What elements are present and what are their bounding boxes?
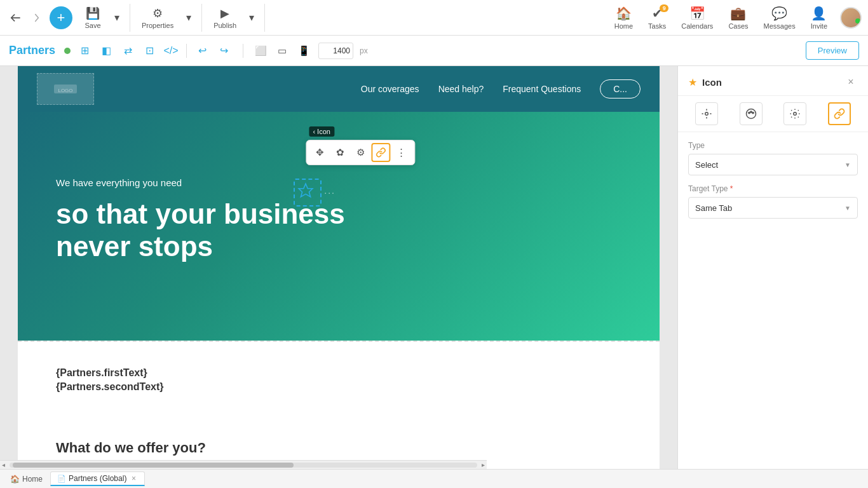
nav-messages[interactable]: 💬 Messages [757,3,802,32]
properties-group: ⚙ Properties ▾ [133,4,202,32]
ft-style-btn[interactable]: ✿ [330,143,349,162]
desktop-view-btn[interactable]: ⬜ [251,42,270,60]
home-icon: 🏠 [616,6,632,21]
panel-body: Type Select ▼ Target Type * Same Tab ▼ [678,132,868,236]
panel-header: ★ Icon × [678,66,868,96]
back-button[interactable] [6,9,24,27]
canvas-area[interactable]: LOGO Our coverages Need help? Frequent Q… [0,66,677,469]
scroll-left-arrow[interactable]: ◂ [0,461,7,468]
ft-settings-btn[interactable]: ⚙ [351,143,370,162]
target-type-value: Same Tab [695,203,732,213]
tasks-badge: 9 [660,4,668,12]
home-tab[interactable]: 🏠 Home [5,473,48,485]
calendars-icon: 📅 [689,6,705,21]
panel-tab-link[interactable] [828,102,851,125]
undo-icon-btn[interactable]: ↩ [193,42,211,60]
nav-cases[interactable]: 💼 Cases [722,3,754,32]
nav-calendars[interactable]: 📅 Calendars [675,3,719,32]
user-avatar[interactable] [840,7,862,29]
nav-home[interactable]: 🏠 Home [608,3,639,32]
publish-button[interactable]: ▶ Publish [208,4,241,32]
site-logo: LOGO [37,73,94,105]
nav-our-coverages[interactable]: Our coverages [361,84,419,94]
partners-first-text: {Partners.firstText} [56,367,621,379]
type-select-chevron: ▼ [844,161,851,168]
save-button[interactable]: 💾 Save [79,4,107,32]
save-group: 💾 Save ▾ [75,4,130,32]
hero-section: We have everything you need so that your… [18,112,660,341]
panel-star-icon: ★ [688,76,697,88]
tablet-view-btn[interactable]: ▭ [273,42,292,60]
partners-tab-close[interactable]: × [129,474,138,483]
preview-button[interactable]: Preview [806,41,859,60]
panel-tabs [678,96,868,132]
layers-icon-btn[interactable]: ◧ [97,42,115,60]
target-type-chevron: ▼ [844,205,851,212]
ft-more-btn[interactable]: ⋮ [391,143,410,162]
select-icon-btn[interactable]: ⊡ [140,42,158,60]
grid-icon-btn[interactable]: ⊞ [76,42,93,60]
properties-button[interactable]: ⚙ Properties [137,4,179,32]
preview-group: Preview [806,41,859,60]
svg-point-5 [749,112,750,113]
page-content: LOGO Our coverages Need help? Frequent Q… [18,66,660,469]
ft-move-btn[interactable]: ✥ [310,143,329,162]
toolbar-icons: ⊞ ◧ ⇄ ⊡ </> ↩ ↪ [76,42,233,60]
publish-dropdown[interactable]: ▾ [243,9,261,27]
panel-tab-select[interactable] [695,102,718,125]
panel-title: Icon [702,77,722,88]
online-indicator [855,18,860,24]
type-label: Type [688,141,858,150]
svg-text:LOGO: LOGO [58,88,72,93]
partners-second-text: {Partners.secondText} [56,381,621,393]
hero-title: so that your business never stops [56,198,345,262]
ft-link-btn[interactable] [371,143,390,162]
panel-close-button[interactable]: × [844,75,858,89]
site-nav: Our coverages Need help? Frequent Questi… [361,79,641,98]
panel-tab-gear[interactable] [783,102,806,125]
cases-icon: 💼 [730,6,746,21]
svg-marker-2 [299,184,313,197]
code-icon-btn[interactable]: </> [162,42,180,60]
scroll-right-arrow[interactable]: ▸ [480,461,487,468]
nav-frequent-questions[interactable]: Frequent Questions [503,84,581,94]
forward-button[interactable] [28,9,46,27]
add-button[interactable]: + [50,6,72,29]
panel-title-row: ★ Icon [688,76,722,88]
partners-tab[interactable]: 📄 Partners (Global) × [50,471,145,486]
icon-dots: ··· [324,187,336,198]
nav-tasks-label: Tasks [648,22,666,30]
horizontal-scrollbar[interactable]: ◂ ▸ [0,460,487,469]
properties-dropdown[interactable]: ▾ [180,9,198,27]
nav-invite-label: Invite [811,22,827,30]
viewport-buttons: ⬜ ▭ 📱 [251,42,313,60]
nav-icon-btn[interactable]: ⇄ [119,42,137,60]
nav-messages-label: Messages [764,22,796,30]
site-header: LOGO Our coverages Need help? Frequent Q… [18,66,660,112]
messages-icon: 💬 [771,6,787,21]
partners-section: {Partners.firstText} {Partners.secondTex… [18,341,660,421]
redo-icon-btn[interactable]: ↪ [215,42,233,60]
nav-tasks[interactable]: ✔ 9 Tasks [642,3,672,32]
type-select-wrapper: Select ▼ [688,154,858,175]
toolbar-left-group: + [6,6,72,29]
nav-need-help[interactable]: Need help? [438,84,484,94]
nav-calendars-label: Calendars [681,22,713,30]
width-input[interactable] [318,43,353,59]
nav-invite[interactable]: 👤 Invite [804,3,834,32]
panel-tab-palette[interactable] [740,102,763,125]
offers-title: What do we offer you? [56,440,621,456]
page-title: Partners [9,44,55,57]
home-tab-icon: 🏠 [10,475,20,484]
type-select[interactable]: Select ▼ [688,154,858,175]
svg-point-6 [750,111,752,112]
target-type-select[interactable]: Same Tab ▼ [688,197,858,219]
mobile-view-btn[interactable]: 📱 [294,42,313,60]
save-icon: 💾 [86,6,100,20]
partners-tab-label: Partners (Global) [69,474,126,483]
save-dropdown[interactable]: ▾ [108,9,126,27]
contact-button[interactable]: C... [600,79,641,98]
star-icon [297,182,318,203]
publish-group: ▶ Publish ▾ [205,4,265,32]
type-select-value: Select [695,160,718,170]
